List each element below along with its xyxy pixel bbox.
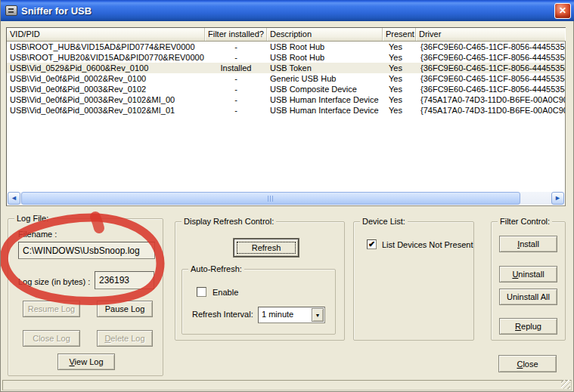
sniffer-for-usb-window: Sniffer for USB ✕ VID/PID Filter install… — [0, 0, 574, 392]
resize-grip[interactable] — [561, 380, 570, 389]
cell-present: Yes — [383, 42, 416, 52]
log-size-field[interactable]: 236193 — [95, 271, 154, 289]
horizontal-scrollbar[interactable]: ◄ ► — [8, 192, 564, 205]
cell-description: USB Composite Device — [267, 84, 383, 94]
scroll-left-icon[interactable]: ◄ — [8, 192, 20, 205]
device-list-group-label: Device List: — [360, 217, 408, 226]
list-devices-not-present-checkbox[interactable]: ✔ — [367, 239, 377, 249]
log-file-group-label: Log File: — [14, 214, 51, 223]
filename-label: Filename : — [18, 230, 57, 239]
cell-present: Yes — [383, 84, 416, 94]
delete-log-button[interactable]: Delete Log — [97, 330, 153, 347]
table-row[interactable]: USB\ROOT_HUB&VID15AD&PID0774&REV0000 - U… — [7, 42, 565, 52]
cell-filter-installed: - — [205, 84, 267, 94]
table-row[interactable]: USB\Vid_0e0f&Pid_0003&Rev_0102 - USB Com… — [7, 84, 565, 94]
table-body: USB\ROOT_HUB&VID15AD&PID0774&REV0000 - U… — [7, 42, 565, 193]
table-row[interactable]: USB\ROOT_HUB20&VID15AD&PID0770&REV0000 -… — [7, 52, 565, 63]
cell-filter-installed: Installed — [205, 63, 267, 73]
uninstall-all-button[interactable]: Uninstall All — [499, 289, 557, 305]
title-bar[interactable]: Sniffer for USB ✕ — [1, 0, 574, 21]
cell-vidpid: USB\ROOT_HUB20&VID15AD&PID0770&REV0000 — [7, 52, 205, 63]
filter-control-group: Filter Control: Install Uninstall Uninst… — [491, 221, 566, 341]
table-row[interactable]: USB\Vid_0e0f&Pid_0002&Rev_0100 - Generic… — [7, 73, 565, 84]
cell-driver: {36FC9E60-C465-11CF-8056-44455354 — [416, 63, 565, 73]
column-header-filter-installed[interactable]: Filter installed? — [205, 28, 267, 41]
window-title: Sniffer for USB — [21, 5, 92, 17]
log-size-label: Log size (in bytes) : — [18, 277, 90, 286]
cell-description: USB Human Interface Device — [267, 94, 383, 105]
chevron-down-icon[interactable]: ▼ — [312, 308, 324, 322]
resume-log-button[interactable]: Resume Log — [23, 301, 80, 317]
cell-vidpid: USB\ROOT_HUB&VID15AD&PID0774&REV0000 — [7, 42, 205, 52]
list-devices-not-present-label[interactable]: List Devices Not Present — [382, 240, 473, 249]
device-list-group: Device List: ✔ List Devices Not Present — [353, 221, 474, 341]
scroll-right-icon[interactable]: ► — [551, 192, 564, 205]
cell-filter-installed: - — [205, 42, 267, 52]
cell-driver: {36FC9E60-C465-11CF-8056-44455354 — [416, 84, 565, 94]
column-header-vidpid[interactable]: VID/PID — [7, 28, 205, 41]
auto-refresh-group-label: Auto-Refresh: — [188, 264, 244, 273]
close-button[interactable]: Close — [498, 355, 557, 372]
install-button[interactable]: Install — [499, 236, 557, 252]
cell-driver: {745A17A0-74D3-11D0-B6FE-00A0C90 — [416, 105, 565, 116]
cell-driver: {745A17A0-74D3-11D0-B6FE-00A0C90 — [416, 94, 565, 105]
table-row[interactable]: USB\Vid_0e0f&Pid_0003&Rev_0102&MI_00 - U… — [7, 94, 565, 105]
status-bar — [2, 380, 572, 390]
uninstall-button[interactable]: Uninstall — [499, 266, 557, 282]
filter-control-group-label: Filter Control: — [498, 217, 552, 226]
cell-present: Yes — [383, 73, 416, 84]
refresh-interval-value: 1 minute — [262, 310, 293, 319]
refresh-interval-label: Refresh Interval: — [192, 310, 253, 319]
cell-vidpid: USB\Vid_0e0f&Pid_0002&Rev_0100 — [7, 73, 205, 84]
cell-description: Generic USB Hub — [267, 73, 383, 84]
cell-present: Yes — [383, 52, 416, 63]
cell-driver: {36FC9E60-C465-11CF-8056-44455354 — [416, 52, 565, 63]
cell-description: USB Root Hub — [267, 52, 383, 63]
cell-vidpid: USB\Vid_0529&Pid_0600&Rev_0100 — [7, 63, 205, 73]
cell-present: Yes — [383, 105, 416, 116]
filename-field[interactable]: C:\WINDOWS\UsbSnoop.log — [18, 242, 155, 259]
cell-description: USB Human Interface Device — [267, 105, 383, 116]
display-refresh-control-group: Display Refresh Control: Refresh Auto-Re… — [175, 221, 345, 341]
table-row[interactable]: USB\Vid_0e0f&Pid_0003&Rev_0102&MI_01 - U… — [7, 105, 565, 116]
log-file-group: Log File: Filename : C:\WINDOWS\UsbSnoop… — [8, 218, 163, 376]
window-close-icon[interactable]: ✕ — [554, 3, 571, 19]
cell-present: Yes — [383, 63, 416, 73]
replug-button[interactable]: Replug — [499, 318, 557, 335]
cell-description: USB Token — [267, 63, 383, 73]
cell-vidpid: USB\Vid_0e0f&Pid_0003&Rev_0102&MI_01 — [7, 105, 205, 116]
cell-filter-installed: - — [205, 94, 267, 105]
cell-filter-installed: - — [205, 52, 267, 63]
auto-refresh-group: Auto-Refresh: Enable Refresh Interval: 1… — [182, 269, 336, 335]
table-row[interactable]: USB\Vid_0529&Pid_0600&Rev_0100 Installed… — [7, 63, 565, 73]
column-header-present[interactable]: Present — [383, 28, 416, 41]
column-header-driver[interactable]: Driver — [416, 28, 565, 41]
refresh-button[interactable]: Refresh — [234, 239, 299, 257]
display-refresh-control-label: Display Refresh Control: — [182, 217, 276, 226]
column-header-description[interactable]: Description — [267, 28, 383, 41]
close-log-button[interactable]: Close Log — [23, 330, 80, 347]
table-header: VID/PID Filter installed? Description Pr… — [7, 28, 565, 42]
cell-filter-installed: - — [205, 73, 267, 84]
cell-vidpid: USB\Vid_0e0f&Pid_0003&Rev_0102 — [7, 84, 205, 94]
cell-present: Yes — [383, 94, 416, 105]
pause-log-button[interactable]: Pause Log — [97, 301, 153, 317]
cell-driver: {36FC9E60-C465-11CF-8056-44455354 — [416, 42, 565, 52]
cell-filter-installed: - — [205, 105, 267, 116]
cell-vidpid: USB\Vid_0e0f&Pid_0003&Rev_0102&MI_00 — [7, 94, 205, 105]
enable-checkbox-label[interactable]: Enable — [213, 288, 238, 297]
app-icon — [5, 5, 17, 16]
enable-checkbox[interactable] — [197, 287, 206, 297]
view-log-button[interactable]: View Log — [57, 353, 115, 370]
cell-driver: {36FC9E60-C465-11CF-8056-44455354 — [416, 73, 565, 84]
device-table: VID/PID Filter installed? Description Pr… — [6, 27, 566, 206]
refresh-interval-dropdown[interactable]: 1 minute ▼ — [258, 307, 325, 323]
scrollbar-grip-icon — [268, 196, 275, 202]
cell-description: USB Root Hub — [267, 42, 383, 52]
scrollbar-thumb[interactable] — [21, 192, 520, 205]
